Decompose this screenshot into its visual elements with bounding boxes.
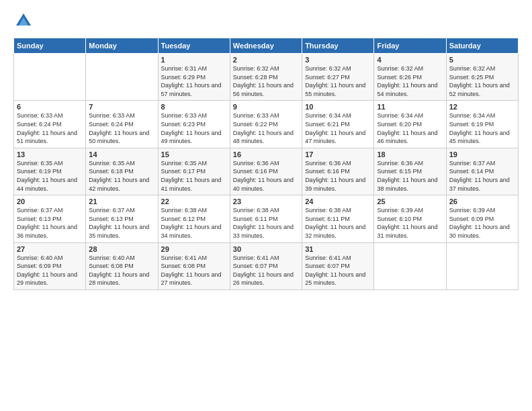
day-info: Sunrise: 6:36 AM Sunset: 6:15 PM Dayligh…: [377, 159, 443, 193]
day-number: 7: [89, 103, 154, 111]
week-row-1: 6Sunrise: 6:33 AM Sunset: 6:24 PM Daylig…: [14, 101, 519, 148]
day-number: 11: [377, 103, 443, 111]
day-number: 13: [17, 150, 83, 158]
day-number: 9: [233, 103, 299, 111]
day-number: 6: [17, 103, 83, 111]
calendar-cell: 6Sunrise: 6:33 AM Sunset: 6:24 PM Daylig…: [14, 101, 86, 148]
day-info: Sunrise: 6:32 AM Sunset: 6:28 PM Dayligh…: [233, 64, 299, 98]
calendar-cell: 11Sunrise: 6:34 AM Sunset: 6:20 PM Dayli…: [374, 101, 446, 148]
calendar-body: 1Sunrise: 6:31 AM Sunset: 6:29 PM Daylig…: [14, 54, 519, 290]
calendar-cell: 7Sunrise: 6:33 AM Sunset: 6:24 PM Daylig…: [86, 101, 158, 148]
calendar-cell: 5Sunrise: 6:32 AM Sunset: 6:25 PM Daylig…: [446, 54, 518, 101]
header-cell-tuesday: Tuesday: [158, 38, 230, 54]
calendar-cell: 1Sunrise: 6:31 AM Sunset: 6:29 PM Daylig…: [158, 54, 230, 101]
day-number: 21: [89, 197, 154, 205]
day-number: 23: [233, 197, 299, 205]
calendar-cell: 3Sunrise: 6:32 AM Sunset: 6:27 PM Daylig…: [302, 54, 374, 101]
header-cell-sunday: Sunday: [14, 38, 86, 54]
logo: [13, 11, 35, 31]
day-number: 29: [161, 245, 227, 253]
day-number: 17: [305, 150, 371, 158]
day-number: 3: [305, 56, 371, 64]
day-number: 12: [449, 103, 515, 111]
day-number: 15: [161, 150, 227, 158]
calendar-cell: 18Sunrise: 6:36 AM Sunset: 6:15 PM Dayli…: [374, 148, 446, 195]
day-info: Sunrise: 6:36 AM Sunset: 6:16 PM Dayligh…: [233, 159, 299, 193]
day-number: 30: [233, 245, 299, 253]
calendar-cell: 25Sunrise: 6:39 AM Sunset: 6:10 PM Dayli…: [374, 195, 446, 242]
calendar-cell: 8Sunrise: 6:33 AM Sunset: 6:23 PM Daylig…: [158, 101, 230, 148]
day-number: 25: [377, 197, 443, 205]
calendar-cell: [86, 54, 158, 101]
day-info: Sunrise: 6:35 AM Sunset: 6:18 PM Dayligh…: [89, 159, 154, 193]
day-info: Sunrise: 6:37 AM Sunset: 6:14 PM Dayligh…: [449, 159, 515, 193]
day-info: Sunrise: 6:31 AM Sunset: 6:29 PM Dayligh…: [161, 64, 227, 98]
calendar-cell: 28Sunrise: 6:40 AM Sunset: 6:08 PM Dayli…: [86, 242, 158, 289]
week-row-2: 13Sunrise: 6:35 AM Sunset: 6:19 PM Dayli…: [14, 148, 519, 195]
calendar-cell: 16Sunrise: 6:36 AM Sunset: 6:16 PM Dayli…: [230, 148, 302, 195]
calendar-cell: 10Sunrise: 6:34 AM Sunset: 6:21 PM Dayli…: [302, 101, 374, 148]
day-info: Sunrise: 6:33 AM Sunset: 6:24 PM Dayligh…: [17, 111, 83, 145]
day-info: Sunrise: 6:39 AM Sunset: 6:09 PM Dayligh…: [449, 206, 515, 240]
day-number: 5: [449, 56, 515, 64]
day-number: 26: [449, 197, 515, 205]
calendar-cell: [14, 54, 86, 101]
day-number: 16: [233, 150, 299, 158]
calendar-cell: 20Sunrise: 6:37 AM Sunset: 6:13 PM Dayli…: [14, 195, 86, 242]
calendar-table: SundayMondayTuesdayWednesdayThursdayFrid…: [13, 38, 519, 290]
day-info: Sunrise: 6:38 AM Sunset: 6:11 PM Dayligh…: [305, 206, 371, 240]
day-info: Sunrise: 6:33 AM Sunset: 6:22 PM Dayligh…: [233, 111, 299, 145]
day-number: 27: [17, 245, 83, 253]
page-header: [13, 11, 519, 31]
week-row-0: 1Sunrise: 6:31 AM Sunset: 6:29 PM Daylig…: [14, 54, 519, 101]
day-info: Sunrise: 6:32 AM Sunset: 6:25 PM Dayligh…: [449, 64, 515, 98]
day-info: Sunrise: 6:33 AM Sunset: 6:24 PM Dayligh…: [89, 111, 154, 145]
calendar-cell: [446, 242, 518, 289]
calendar-cell: 2Sunrise: 6:32 AM Sunset: 6:28 PM Daylig…: [230, 54, 302, 101]
day-number: 8: [161, 103, 227, 111]
calendar-cell: 27Sunrise: 6:40 AM Sunset: 6:09 PM Dayli…: [14, 242, 86, 289]
day-info: Sunrise: 6:32 AM Sunset: 6:27 PM Dayligh…: [305, 64, 371, 98]
day-number: 4: [377, 56, 443, 64]
day-number: 10: [305, 103, 371, 111]
header-cell-saturday: Saturday: [446, 38, 518, 54]
day-info: Sunrise: 6:34 AM Sunset: 6:20 PM Dayligh…: [377, 111, 443, 145]
header-row: SundayMondayTuesdayWednesdayThursdayFrid…: [14, 38, 519, 54]
day-number: 31: [305, 245, 371, 253]
day-number: 22: [161, 197, 227, 205]
header-cell-friday: Friday: [374, 38, 446, 54]
calendar-cell: 9Sunrise: 6:33 AM Sunset: 6:22 PM Daylig…: [230, 101, 302, 148]
calendar-cell: 30Sunrise: 6:41 AM Sunset: 6:07 PM Dayli…: [230, 242, 302, 289]
calendar-cell: 21Sunrise: 6:37 AM Sunset: 6:13 PM Dayli…: [86, 195, 158, 242]
day-info: Sunrise: 6:40 AM Sunset: 6:08 PM Dayligh…: [89, 254, 154, 287]
day-info: Sunrise: 6:38 AM Sunset: 6:12 PM Dayligh…: [161, 206, 227, 240]
calendar-cell: 22Sunrise: 6:38 AM Sunset: 6:12 PM Dayli…: [158, 195, 230, 242]
calendar-cell: 17Sunrise: 6:36 AM Sunset: 6:16 PM Dayli…: [302, 148, 374, 195]
day-number: 18: [377, 150, 443, 158]
logo-icon: [13, 11, 34, 31]
day-info: Sunrise: 6:34 AM Sunset: 6:21 PM Dayligh…: [305, 111, 371, 145]
calendar-cell: 26Sunrise: 6:39 AM Sunset: 6:09 PM Dayli…: [446, 195, 518, 242]
day-info: Sunrise: 6:38 AM Sunset: 6:11 PM Dayligh…: [233, 206, 299, 240]
day-number: 24: [305, 197, 371, 205]
week-row-3: 20Sunrise: 6:37 AM Sunset: 6:13 PM Dayli…: [14, 195, 519, 242]
day-number: 28: [89, 245, 154, 253]
header-cell-thursday: Thursday: [302, 38, 374, 54]
day-info: Sunrise: 6:36 AM Sunset: 6:16 PM Dayligh…: [305, 159, 371, 193]
calendar-cell: 14Sunrise: 6:35 AM Sunset: 6:18 PM Dayli…: [86, 148, 158, 195]
day-number: 20: [17, 197, 83, 205]
day-info: Sunrise: 6:39 AM Sunset: 6:10 PM Dayligh…: [377, 206, 443, 240]
calendar-cell: 4Sunrise: 6:32 AM Sunset: 6:26 PM Daylig…: [374, 54, 446, 101]
day-info: Sunrise: 6:37 AM Sunset: 6:13 PM Dayligh…: [89, 206, 154, 240]
calendar-cell: 23Sunrise: 6:38 AM Sunset: 6:11 PM Dayli…: [230, 195, 302, 242]
day-number: 1: [161, 56, 227, 64]
day-info: Sunrise: 6:35 AM Sunset: 6:19 PM Dayligh…: [17, 159, 83, 193]
header-cell-monday: Monday: [86, 38, 158, 54]
calendar-cell: 19Sunrise: 6:37 AM Sunset: 6:14 PM Dayli…: [446, 148, 518, 195]
day-info: Sunrise: 6:34 AM Sunset: 6:19 PM Dayligh…: [449, 111, 515, 145]
calendar-cell: 31Sunrise: 6:41 AM Sunset: 6:07 PM Dayli…: [302, 242, 374, 289]
day-info: Sunrise: 6:41 AM Sunset: 6:07 PM Dayligh…: [305, 254, 371, 287]
calendar-page: SundayMondayTuesdayWednesdayThursdayFrid…: [0, 0, 532, 411]
header-cell-wednesday: Wednesday: [230, 38, 302, 54]
day-info: Sunrise: 6:41 AM Sunset: 6:07 PM Dayligh…: [233, 254, 299, 287]
